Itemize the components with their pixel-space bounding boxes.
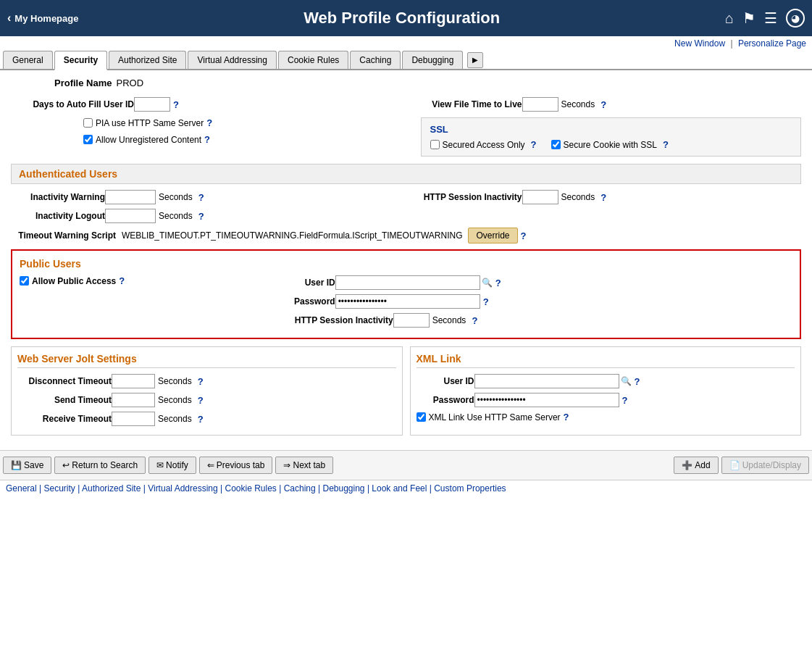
xml-user-id-help[interactable]: ? bbox=[635, 376, 640, 387]
disconnect-timeout-help[interactable]: ? bbox=[198, 376, 204, 387]
add-button[interactable]: ➕ Add bbox=[674, 457, 718, 474]
pia-http-help[interactable]: ? bbox=[206, 117, 212, 128]
pia-http-label: PIA use HTTP Same Server bbox=[96, 118, 204, 128]
public-http-session-input[interactable]: 0 bbox=[393, 313, 430, 328]
tab-cookie-rules[interactable]: Cookie Rules bbox=[278, 51, 348, 69]
public-password-help[interactable]: ? bbox=[483, 296, 489, 307]
personalize-link[interactable]: Personalize Page bbox=[738, 38, 806, 49]
inactivity-warning-help[interactable]: ? bbox=[198, 192, 204, 203]
flag-icon[interactable]: ⚑ bbox=[742, 9, 756, 27]
xml-password-label: Password bbox=[417, 395, 474, 405]
back-button[interactable]: ‹ My Homepage bbox=[7, 12, 78, 25]
ssl-title: SSL bbox=[430, 124, 792, 135]
xml-user-id-lookup-icon[interactable]: 🔍 bbox=[621, 376, 632, 386]
tab-authorized-site[interactable]: Authorized Site bbox=[109, 51, 186, 69]
view-file-input[interactable]: 0 bbox=[522, 97, 558, 112]
allow-unregistered-row: Allow Unregistered Content ? bbox=[11, 134, 406, 145]
next-tab-label: Next tab bbox=[293, 460, 325, 470]
return-to-search-button[interactable]: ↩ Return to Search bbox=[54, 457, 146, 474]
public-password-row: Password ? bbox=[277, 294, 792, 309]
days-auto-fill-input[interactable]: 0 bbox=[134, 97, 170, 112]
xml-user-id-input[interactable]: PS bbox=[474, 374, 619, 388]
compass-icon[interactable]: ◕ bbox=[786, 9, 805, 28]
secure-cookie-help[interactable]: ? bbox=[663, 139, 669, 150]
tab-general[interactable]: General bbox=[3, 51, 53, 69]
view-file-help[interactable]: ? bbox=[600, 99, 606, 110]
send-timeout-input[interactable]: 50 bbox=[112, 393, 155, 407]
public-http-session-help[interactable]: ? bbox=[472, 315, 477, 326]
next-tab-button[interactable]: ⇒ Next tab bbox=[275, 457, 333, 474]
footer-link-cookie-rules[interactable]: Cookie Rules bbox=[225, 483, 276, 494]
send-timeout-row: Send Timeout 50 Seconds ? bbox=[17, 393, 396, 407]
http-session-input[interactable]: 0 bbox=[522, 190, 558, 204]
xml-password-help[interactable]: ? bbox=[622, 395, 628, 406]
inactivity-logout-input[interactable]: 1,200 bbox=[105, 209, 156, 223]
allow-access-checkbox[interactable] bbox=[20, 276, 29, 286]
inactivity-warning-input[interactable]: 1,080 bbox=[105, 190, 156, 204]
save-label: Save bbox=[24, 460, 43, 470]
allow-access-help[interactable]: ? bbox=[119, 275, 125, 286]
disconnect-timeout-input[interactable]: 0 bbox=[112, 374, 155, 388]
xml-password-row: Password ? bbox=[417, 393, 795, 407]
http-session-label: HTTP Session Inactivity bbox=[406, 192, 522, 202]
inactivity-logout-help[interactable]: ? bbox=[198, 211, 204, 222]
xml-link-panel: XML Link User ID PS 🔍 ? Password ? XML L… bbox=[410, 346, 802, 436]
profile-name-row: Profile Name PROD bbox=[11, 78, 801, 88]
public-user-id-lookup-icon[interactable]: 🔍 bbox=[482, 278, 493, 288]
tab-virtual-addressing[interactable]: Virtual Addressing bbox=[188, 51, 277, 69]
receive-timeout-input[interactable]: 1300 bbox=[112, 412, 155, 426]
days-auto-fill-row: Days to Auto Fill User ID 0 ? bbox=[11, 97, 406, 112]
disconnect-timeout-row: Disconnect Timeout 0 Seconds ? bbox=[17, 374, 396, 388]
footer-link-virtual-addressing[interactable]: Virtual Addressing bbox=[148, 483, 218, 494]
save-button[interactable]: 💾 Save bbox=[3, 457, 51, 474]
notify-button[interactable]: ✉ Notify bbox=[148, 457, 196, 474]
tab-caching[interactable]: Caching bbox=[350, 51, 401, 69]
tab-security[interactable]: Security bbox=[54, 51, 107, 70]
xml-password-input[interactable] bbox=[474, 393, 619, 407]
http-session-group: HTTP Session Inactivity 0 Seconds ? bbox=[406, 190, 802, 204]
tab-scroll-button[interactable]: ▶ bbox=[467, 52, 483, 68]
http-session-help[interactable]: ? bbox=[600, 192, 606, 203]
footer-link-caching[interactable]: Caching bbox=[284, 483, 316, 494]
footer-link-custom-properties[interactable]: Custom Properties bbox=[434, 483, 506, 494]
tab-debugging[interactable]: Debugging bbox=[402, 51, 463, 69]
footer-link-general[interactable]: General bbox=[6, 483, 37, 494]
override-button[interactable]: Override bbox=[468, 228, 517, 243]
footer-link-authorized-site[interactable]: Authorized Site bbox=[82, 483, 141, 494]
footer-links-bar: General | Security | Authorized Site | V… bbox=[0, 480, 812, 496]
public-user-id-help[interactable]: ? bbox=[495, 278, 501, 288]
xml-http-same-server-help[interactable]: ? bbox=[564, 412, 569, 422]
auth-row2: Inactivity Logout 1,200 Seconds ? bbox=[11, 209, 801, 223]
update-display-button[interactable]: 📄 Update/Display bbox=[721, 457, 809, 474]
ssl-section: SSL Secured Access Only ? Secure Cookie … bbox=[421, 117, 802, 157]
secured-access-help[interactable]: ? bbox=[531, 139, 537, 150]
auth-row1: Inactivity Warning 1,080 Seconds ? HTTP … bbox=[11, 190, 801, 204]
allow-unregistered-help[interactable]: ? bbox=[204, 134, 210, 145]
public-http-session-row: HTTP Session Inactivity 0 Seconds ? bbox=[277, 313, 792, 328]
send-timeout-help[interactable]: ? bbox=[198, 395, 204, 406]
footer-link-security[interactable]: Security bbox=[44, 483, 75, 494]
http-session-unit: Seconds bbox=[561, 192, 595, 202]
previous-tab-button[interactable]: ⇐ Previous tab bbox=[199, 457, 273, 474]
secure-cookie-checkbox[interactable] bbox=[551, 140, 561, 149]
allow-unregistered-checkbox[interactable] bbox=[83, 135, 93, 144]
public-users-right: User ID OAMPSFT 🔍 ? Password ? HTTP Sess… bbox=[277, 275, 792, 330]
public-password-input[interactable] bbox=[335, 294, 480, 309]
allow-access-row: Allow Public Access ? bbox=[20, 275, 277, 286]
inactivity-warning-unit: Seconds bbox=[159, 192, 193, 202]
secured-access-checkbox[interactable] bbox=[430, 140, 440, 149]
public-user-id-input[interactable]: OAMPSFT bbox=[335, 275, 480, 290]
footer-link-look-and-feel[interactable]: Look and Feel bbox=[372, 483, 427, 494]
public-http-session-unit: Seconds bbox=[432, 315, 466, 325]
days-auto-fill-help[interactable]: ? bbox=[173, 99, 179, 110]
new-window-link[interactable]: New Window bbox=[674, 38, 725, 49]
secured-access-label: Secured Access Only bbox=[443, 140, 525, 150]
timeout-warning-help[interactable]: ? bbox=[521, 230, 527, 241]
receive-timeout-help[interactable]: ? bbox=[198, 414, 204, 425]
menu-icon[interactable]: ☰ bbox=[764, 9, 777, 27]
home-icon[interactable]: ⌂ bbox=[725, 10, 734, 27]
xml-http-same-server-checkbox[interactable] bbox=[417, 412, 426, 422]
footer-link-debugging[interactable]: Debugging bbox=[322, 483, 364, 494]
view-file-unit: Seconds bbox=[561, 99, 595, 109]
pia-http-checkbox[interactable] bbox=[83, 118, 93, 128]
